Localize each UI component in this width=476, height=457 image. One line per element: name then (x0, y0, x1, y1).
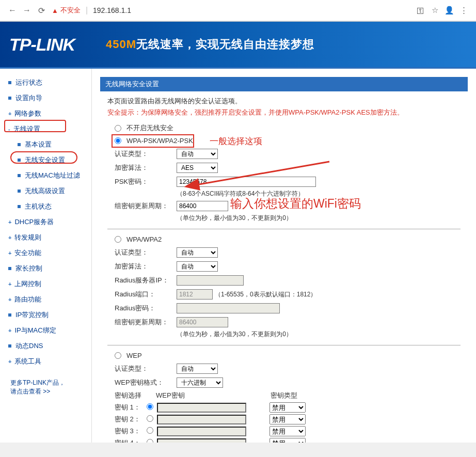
sidebar-item-label: 设置向导 (15, 93, 42, 103)
sidebar-item-9[interactable]: +DHCP服务器 (0, 214, 91, 230)
enc-algo-select[interactable]: AES (177, 163, 218, 173)
wep-fmt-select[interactable]: 十六进制 (177, 377, 223, 388)
sidebar: 运行状态设置向导+网络参数-无线设置基本设置无线安全设置无线MAC地址过滤无线高… (0, 69, 92, 443)
sidebar-item-4[interactable]: 基本设置 (0, 137, 91, 152)
key2-input[interactable] (157, 415, 246, 424)
sidebar-item-6[interactable]: 无线MAC地址过滤 (0, 168, 91, 183)
auth-type-select[interactable]: 自动 (177, 149, 218, 159)
enc-algo-label: 加密算法： (115, 163, 177, 172)
sidebar-item-1[interactable]: 设置向导 (0, 90, 91, 106)
sidebar-item-14[interactable]: +路由功能 (0, 292, 91, 307)
key3-radio[interactable] (147, 427, 153, 434)
key4-radio[interactable] (147, 439, 153, 443)
sidebar-item-3[interactable]: -无线设置 (0, 121, 91, 137)
sidebar-item-label: 无线设置 (13, 124, 40, 134)
wep-type-header: 密钥类型 (271, 391, 312, 400)
expand-icon: + (8, 281, 11, 287)
url-text[interactable]: 192.168.1.1 (93, 6, 131, 14)
key4-type-select[interactable]: 禁用 (269, 438, 306, 443)
key2-radio[interactable] (147, 415, 153, 422)
bullet-icon (18, 190, 21, 193)
sidebar-item-label: 无线高级设置 (25, 186, 65, 196)
expand-icon: + (8, 358, 11, 365)
bullet-icon (8, 81, 11, 84)
key-icon[interactable]: ⚿ (413, 3, 427, 18)
wep-auth-select[interactable]: 自动 (177, 364, 218, 374)
psk-input[interactable] (177, 177, 316, 187)
key3-input[interactable] (157, 427, 246, 436)
bullet-icon (8, 267, 11, 270)
more-link[interactable]: 更多TP-LINK产品， 请点击查看 >> (0, 369, 91, 405)
reload-button[interactable]: ⟳ (34, 3, 49, 18)
radius-ip-input[interactable] (177, 275, 244, 286)
sidebar-item-label: 基本设置 (25, 140, 52, 149)
sidebar-item-0[interactable]: 运行状态 (0, 75, 91, 90)
radio-wpa[interactable] (115, 236, 121, 243)
annotation-box (112, 134, 194, 148)
bookmark-icon[interactable]: ☆ (427, 3, 442, 18)
bullet-icon (18, 143, 21, 146)
expand-icon: + (8, 250, 11, 256)
radio-wep[interactable] (115, 352, 121, 359)
radius-pw-input[interactable] (177, 303, 280, 313)
sidebar-item-label: 无线安全设置 (25, 155, 65, 165)
back-button[interactable]: ← (5, 3, 20, 18)
sidebar-item-13[interactable]: +上网控制 (0, 276, 91, 292)
key4-input[interactable] (157, 438, 246, 443)
key1-radio[interactable] (147, 403, 153, 410)
collapse-icon: - (8, 126, 10, 132)
wpa-auth-select[interactable]: 自动 (177, 247, 218, 258)
radio-wpa-label: WPA/WPA2 (126, 235, 162, 243)
sidebar-item-label: 系统工具 (14, 357, 41, 366)
banner: TP-LINK 450M无线速率，实现无线自由连接梦想 (0, 22, 476, 67)
logo: TP-LINK (9, 35, 75, 55)
sidebar-item-10[interactable]: +转发规则 (0, 230, 91, 245)
bullet-icon (8, 97, 11, 100)
sidebar-item-16[interactable]: +IP与MAC绑定 (0, 323, 91, 338)
key1-type-select[interactable]: 禁用 (269, 402, 306, 413)
group-key-input[interactable] (177, 201, 228, 211)
sidebar-item-12[interactable]: 家长控制 (0, 261, 91, 276)
sidebar-item-label: 运行状态 (15, 78, 42, 87)
warning-icon: ▲ (52, 7, 58, 14)
sidebar-item-8[interactable]: 主机状态 (0, 199, 91, 214)
sidebar-item-label: 动态DNS (15, 341, 43, 351)
sidebar-item-18[interactable]: +系统工具 (0, 354, 91, 369)
key1-input[interactable] (157, 403, 246, 413)
sidebar-item-5[interactable]: 无线安全设置 (0, 152, 91, 168)
radio-disable-security[interactable] (115, 125, 121, 132)
sidebar-item-label: 上网控制 (14, 279, 41, 289)
bullet-icon (18, 205, 21, 208)
wep-key-header: WEP密钥 (156, 391, 271, 400)
annotation-text-2: 输入你想设置的WiFi密码 (230, 196, 395, 212)
wpa-enc-select[interactable]: 自动 (177, 261, 218, 272)
radius-port-input[interactable] (177, 289, 213, 300)
section-title: 无线网络安全设置 (100, 77, 468, 91)
psk-label: PSK密码： (115, 177, 177, 186)
key3-type-select[interactable]: 禁用 (269, 426, 306, 436)
key2-type-select[interactable]: 禁用 (269, 414, 306, 424)
wep-sel-header: 密钥选择 (115, 391, 156, 400)
forward-button[interactable]: → (20, 3, 34, 18)
sidebar-item-17[interactable]: 动态DNS (0, 338, 91, 354)
browser-chrome: TL-WR941N × + — ☐ ✕ ← → ⟳ ▲ 不安全 | 192.16… (0, 0, 476, 22)
security-indicator[interactable]: ▲ 不安全 (52, 6, 81, 15)
sidebar-item-7[interactable]: 无线高级设置 (0, 183, 91, 199)
banner-slogan: 450M无线速率，实现无线自由连接梦想 (106, 37, 314, 52)
radius-pw-label: Radius密码： (115, 304, 177, 313)
profile-icon[interactable]: 👤 (442, 3, 456, 18)
radio-disable-label: 不开启无线安全 (126, 123, 173, 133)
radius-port-label: Radius端口： (115, 290, 177, 299)
key3-label: 密钥 3： (115, 427, 147, 436)
sidebar-item-11[interactable]: +安全功能 (0, 245, 91, 261)
sidebar-item-2[interactable]: +网络参数 (0, 106, 91, 121)
expand-icon: + (8, 327, 11, 334)
section-desc: 本页面设置路由器无线网络的安全认证选项。 (107, 97, 461, 106)
key2-label: 密钥 2： (115, 415, 147, 424)
menu-icon[interactable]: ⋮ (456, 3, 471, 18)
expand-icon: + (8, 296, 11, 303)
wpa-group-input[interactable] (177, 317, 228, 327)
auth-type-label: 认证类型： (115, 149, 177, 159)
sidebar-item-label: IP带宽控制 (15, 310, 49, 320)
sidebar-item-15[interactable]: IP带宽控制 (0, 307, 91, 323)
